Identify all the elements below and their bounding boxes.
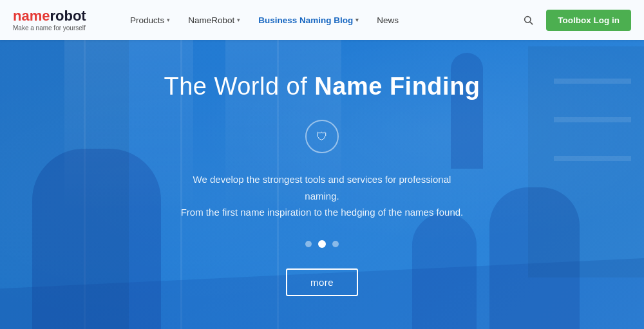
toolbox-login-button[interactable]: Toolbox Log in	[546, 10, 631, 31]
carousel-dots	[305, 240, 339, 248]
nav-news[interactable]: News	[369, 10, 406, 30]
more-button[interactable]: more	[286, 268, 358, 296]
hero-description: We develop the strongest tools and servi…	[180, 171, 464, 221]
nav-right: Toolbox Log in	[518, 10, 631, 31]
shield-icon: 🛡	[305, 120, 339, 153]
dot-2[interactable]	[318, 240, 326, 248]
nav-links: Products ▾ NameRobot ▾ Business Naming B…	[122, 10, 518, 30]
hero-title: The World of Name Finding	[164, 73, 480, 100]
dot-1[interactable]	[305, 241, 312, 247]
nav-products[interactable]: Products ▾	[122, 10, 178, 30]
chevron-down-icon: ▾	[355, 17, 359, 23]
chevron-down-icon: ▾	[167, 17, 170, 23]
navbar: namerobot Make a name for yourself Produ…	[0, 0, 644, 40]
logo-name: name	[13, 8, 50, 24]
logo-text: namerobot	[13, 9, 97, 23]
nav-blog[interactable]: Business Naming Blog ▾	[251, 10, 366, 30]
search-icon[interactable]	[518, 10, 538, 30]
logo[interactable]: namerobot Make a name for yourself	[13, 9, 97, 32]
svg-point-0	[525, 17, 531, 23]
dot-3[interactable]	[332, 241, 339, 247]
logo-tagline: Make a name for yourself	[13, 24, 97, 32]
nav-namerobot[interactable]: NameRobot ▾	[180, 10, 248, 30]
svg-line-1	[531, 22, 533, 24]
logo-robot: robot	[50, 8, 86, 24]
chevron-down-icon: ▾	[237, 17, 240, 23]
